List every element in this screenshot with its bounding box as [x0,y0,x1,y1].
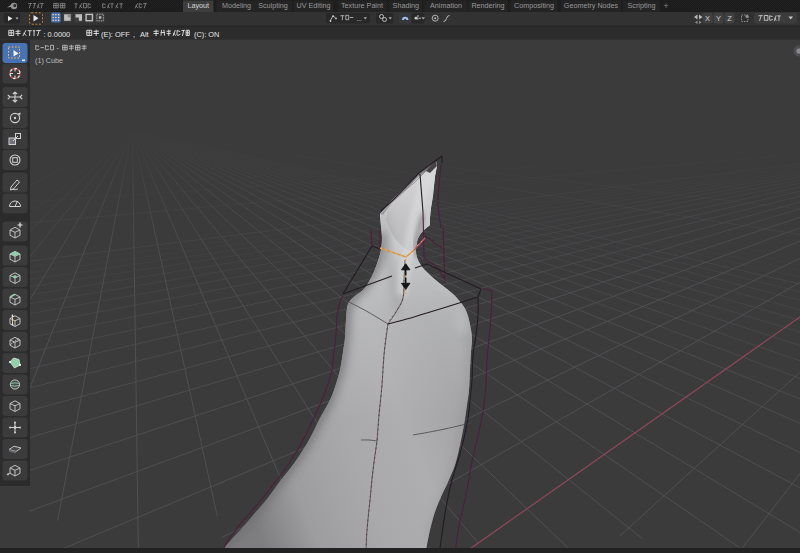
svg-text:Texture Paint: Texture Paint [341,1,383,10]
svg-text:...: ... [357,15,363,22]
svg-text:Compositing: Compositing [514,1,554,10]
svg-text:Rendering: Rendering [471,1,504,10]
svg-text:(C): ON: (C): ON [194,30,219,39]
svg-text:,: , [133,30,135,39]
svg-text:Shading: Shading [393,1,419,10]
svg-text:Y: Y [716,14,721,23]
svg-text:UV Editing: UV Editing [297,1,331,10]
svg-text:(1) Cube: (1) Cube [35,56,63,65]
svg-text:: 0.0000: : 0.0000 [44,30,71,39]
svg-text:Layout: Layout [187,1,209,10]
svg-text:Scripting: Scripting [628,1,656,10]
svg-text:Modeling: Modeling [222,1,251,10]
svg-text:Alt: Alt [140,30,149,39]
svg-text:Animation: Animation [430,1,462,10]
svg-text:(E): OFF: (E): OFF [101,30,130,39]
svg-text:Sculpting: Sculpting [258,1,288,10]
svg-text:Geometry Nodes: Geometry Nodes [564,1,619,10]
svg-text:+: + [664,1,669,11]
svg-text:X: X [705,14,710,23]
svg-text:Z: Z [727,14,732,23]
